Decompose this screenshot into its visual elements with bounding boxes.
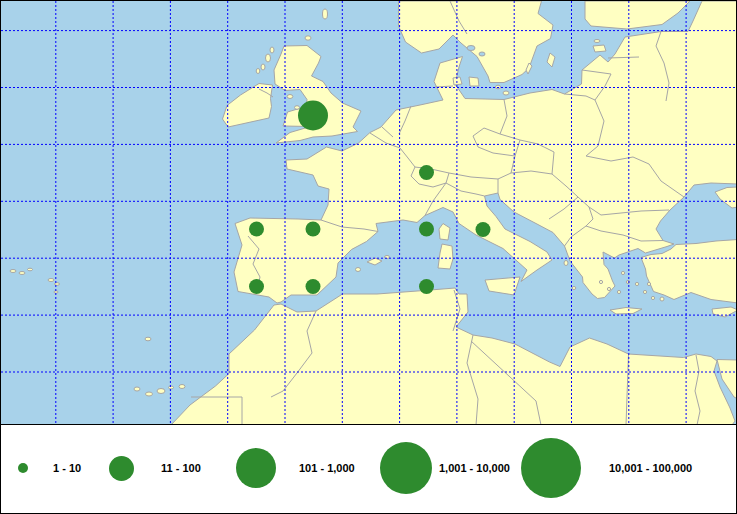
occurrence-marker-central-italy: [476, 222, 491, 237]
occurrence-marker-england-wales: [298, 101, 328, 131]
legend-symbol-2: [109, 456, 134, 481]
legend-symbol-5: [521, 438, 581, 498]
island-ibiza: [356, 268, 361, 272]
island-isle-of-man: [287, 95, 293, 99]
island-funen: [453, 77, 462, 85]
island-zakynthos: [572, 287, 576, 290]
legend-label-2: 11 - 100: [161, 462, 201, 474]
island-saaremaa: [593, 45, 606, 52]
occurrence-marker-n-algeria: [419, 279, 434, 294]
island-hebrides-2: [261, 64, 265, 70]
lake-vattern: [479, 52, 485, 56]
occurrence-marker-nw-spain: [249, 222, 264, 237]
island-hebrides-4: [256, 69, 260, 74]
legend-label-5: 10,001 - 100,000: [609, 462, 692, 474]
occurrence-marker-sw-iberia: [249, 279, 264, 294]
legend-symbol-3: [236, 448, 276, 488]
island-shetland: [323, 9, 328, 19]
legend-label-3: 101 - 1,000: [299, 462, 355, 474]
legend-symbol-4: [380, 442, 432, 494]
occurrence-marker-sea-west-of-corsica: [419, 222, 434, 237]
island-hebrides-3: [270, 47, 274, 53]
island-zealand: [469, 77, 479, 86]
island-hiiumaa: [594, 40, 600, 43]
occurrence-marker-s-spain: [306, 279, 321, 294]
map-figure: 1 - 1011 - 100101 - 1,0001,001 - 10,0001…: [0, 0, 737, 514]
legend-label-4: 1,001 - 10,000: [439, 462, 510, 474]
occurrence-marker-n-spain: [306, 222, 321, 237]
island-hebrides-1: [266, 54, 271, 62]
legend-symbol-1: [18, 463, 28, 473]
island-corfu: [564, 261, 568, 266]
map-area: [1, 1, 736, 425]
island-madeira: [145, 337, 151, 341]
island-orkney: [305, 36, 311, 40]
occurrence-marker-switzerland: [419, 165, 434, 180]
island-rugen: [503, 91, 509, 95]
lake-vanern: [467, 46, 475, 51]
island-anglesey: [295, 106, 300, 110]
legend: 1 - 1011 - 100101 - 1,0001,001 - 10,0001…: [1, 425, 736, 513]
legend-label-1: 1 - 10: [53, 462, 81, 474]
map-canvas: [1, 1, 736, 424]
